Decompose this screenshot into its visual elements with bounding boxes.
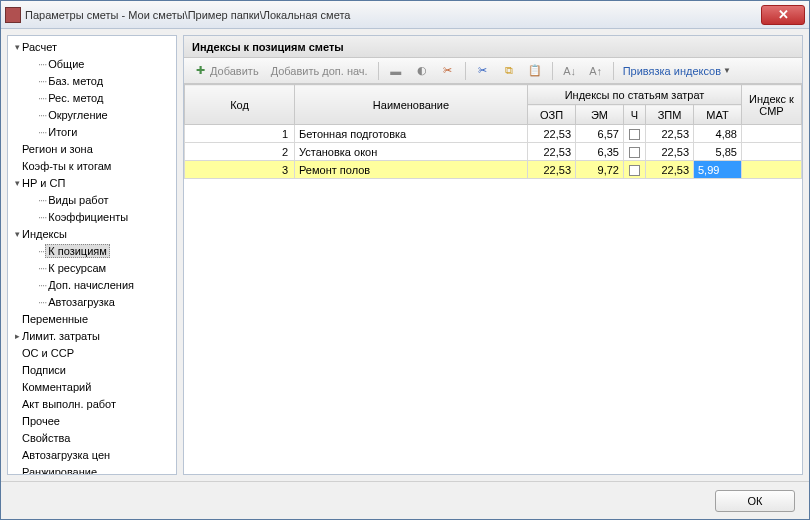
col-ch[interactable]: Ч (624, 105, 646, 125)
scissors-icon: ✂ (476, 64, 490, 78)
cell-name[interactable]: Установка окон (295, 143, 528, 161)
cell-mat[interactable]: 5,85 (694, 143, 742, 161)
sidebar-item[interactable]: ОС и ССР (8, 344, 176, 361)
separator (613, 62, 614, 80)
checkbox[interactable] (629, 147, 640, 158)
cut2-button[interactable]: ✂ (436, 61, 460, 81)
expander-open-icon[interactable]: ▾ (12, 42, 22, 52)
plus-icon: ✚ (193, 64, 207, 78)
cell-zpm[interactable]: 22,53 (646, 125, 694, 143)
tree-dots: ···· (38, 109, 46, 121)
col-ozp[interactable]: ОЗП (528, 105, 576, 125)
paste-button[interactable]: 📋 (523, 61, 547, 81)
cell-em[interactable]: 6,35 (576, 143, 624, 161)
cell-ozp[interactable]: 22,53 (528, 125, 576, 143)
sidebar-item[interactable]: ····К ресурсам (8, 259, 176, 276)
cell-smr[interactable] (742, 161, 802, 179)
sidebar[interactable]: ▾Расчет····Общие····Баз. метод····Рес. м… (7, 35, 177, 475)
sidebar-item[interactable]: Свойства (8, 429, 176, 446)
window: Параметры сметы - Мои сметы\Пример папки… (0, 0, 810, 520)
cell-smr[interactable] (742, 143, 802, 161)
main-panel: Индексы к позициям сметы ✚ Добавить Доба… (183, 35, 803, 475)
sidebar-item[interactable]: ····Коэффициенты (8, 208, 176, 225)
cell-zpm[interactable]: 22,53 (646, 161, 694, 179)
scissors2-icon: ✂ (441, 64, 455, 78)
sidebar-item[interactable]: Коэф-ты к итогам (8, 157, 176, 174)
table-row[interactable]: 2Установка окон22,536,3522,535,85 (185, 143, 802, 161)
cell-ch[interactable] (624, 161, 646, 179)
add-extra-button[interactable]: Добавить доп. нач. (266, 61, 373, 81)
sidebar-item-label: Переменные (22, 313, 88, 325)
cell-code[interactable]: 1 (185, 125, 295, 143)
checkbox[interactable] (629, 129, 640, 140)
sidebar-item[interactable]: ····Доп. начисления (8, 276, 176, 293)
bind-indexes-link[interactable]: Привязка индексов ▼ (619, 65, 735, 77)
cell-ch[interactable] (624, 125, 646, 143)
erase-button[interactable]: ◐ (410, 61, 434, 81)
cell-smr[interactable] (742, 125, 802, 143)
sidebar-item[interactable]: ▾Индексы (8, 225, 176, 242)
copy-button[interactable]: ⧉ (497, 61, 521, 81)
sidebar-item[interactable]: ····Рес. метод (8, 89, 176, 106)
sidebar-item[interactable]: ····Автозагрузка (8, 293, 176, 310)
col-name[interactable]: Наименование (295, 85, 528, 125)
sidebar-item[interactable]: ····Виды работ (8, 191, 176, 208)
window-title: Параметры сметы - Мои сметы\Пример папки… (25, 9, 761, 21)
cell-ozp[interactable]: 22,53 (528, 143, 576, 161)
add-button[interactable]: ✚ Добавить (188, 61, 264, 81)
cell-em[interactable]: 6,57 (576, 125, 624, 143)
sidebar-item[interactable]: ····Итоги (8, 123, 176, 140)
sidebar-item[interactable]: ····К позициям (8, 242, 176, 259)
sidebar-item[interactable]: Автозагрузка цен (8, 446, 176, 463)
close-button[interactable]: ✕ (761, 5, 805, 25)
col-code[interactable]: Код (185, 85, 295, 125)
tree-dots: ···· (38, 58, 46, 70)
sort-desc-button[interactable]: A↑ (584, 61, 608, 81)
col-group[interactable]: Индексы по статьям затрат (528, 85, 742, 105)
eraser-icon: ◐ (415, 64, 429, 78)
footer: ОК (1, 481, 809, 519)
cell-em[interactable]: 9,72 (576, 161, 624, 179)
cell-mat[interactable]: 5,99 (694, 161, 742, 179)
checkbox[interactable] (629, 165, 640, 176)
sidebar-item[interactable]: Комментарий (8, 378, 176, 395)
sidebar-item[interactable]: Регион и зона (8, 140, 176, 157)
delete-button[interactable]: ▬ (384, 61, 408, 81)
cut-button[interactable]: ✂ (471, 61, 495, 81)
table-row[interactable]: 3Ремонт полов22,539,7222,535,99 (185, 161, 802, 179)
col-zpm[interactable]: ЗПМ (646, 105, 694, 125)
sidebar-item[interactable]: ····Округление (8, 106, 176, 123)
sidebar-item[interactable]: ····Общие (8, 55, 176, 72)
sidebar-item-label: Виды работ (48, 194, 108, 206)
cell-name[interactable]: Ремонт полов (295, 161, 528, 179)
grid[interactable]: Код Наименование Индексы по статьям затр… (184, 84, 802, 474)
table-row[interactable]: 1Бетонная подготовка22,536,5722,534,88 (185, 125, 802, 143)
tree-dots: ···· (38, 126, 46, 138)
sidebar-item[interactable]: Ранжирование (8, 463, 176, 475)
ok-button[interactable]: ОК (715, 490, 795, 512)
sidebar-item[interactable]: Переменные (8, 310, 176, 327)
cell-name[interactable]: Бетонная подготовка (295, 125, 528, 143)
sidebar-item[interactable]: ····Баз. метод (8, 72, 176, 89)
cell-ch[interactable] (624, 143, 646, 161)
sidebar-item[interactable]: ▸Лимит. затраты (8, 327, 176, 344)
cell-mat[interactable]: 4,88 (694, 125, 742, 143)
sidebar-item[interactable]: Акт выполн. работ (8, 395, 176, 412)
cell-zpm[interactable]: 22,53 (646, 143, 694, 161)
sidebar-item-label: Баз. метод (48, 75, 103, 87)
sidebar-item[interactable]: ▾НР и СП (8, 174, 176, 191)
col-mat[interactable]: МАТ (694, 105, 742, 125)
cell-code[interactable]: 2 (185, 143, 295, 161)
cell-ozp[interactable]: 22,53 (528, 161, 576, 179)
cell-code[interactable]: 3 (185, 161, 295, 179)
expander-closed-icon[interactable]: ▸ (12, 331, 22, 341)
col-smr[interactable]: Индекс к СМР (742, 85, 802, 125)
expander-open-icon[interactable]: ▾ (12, 178, 22, 188)
expander-open-icon[interactable]: ▾ (12, 229, 22, 239)
sidebar-item[interactable]: Прочее (8, 412, 176, 429)
col-em[interactable]: ЭМ (576, 105, 624, 125)
sidebar-item[interactable]: ▾Расчет (8, 38, 176, 55)
sidebar-item-label: Комментарий (22, 381, 91, 393)
sidebar-item[interactable]: Подписи (8, 361, 176, 378)
sort-asc-button[interactable]: A↓ (558, 61, 582, 81)
